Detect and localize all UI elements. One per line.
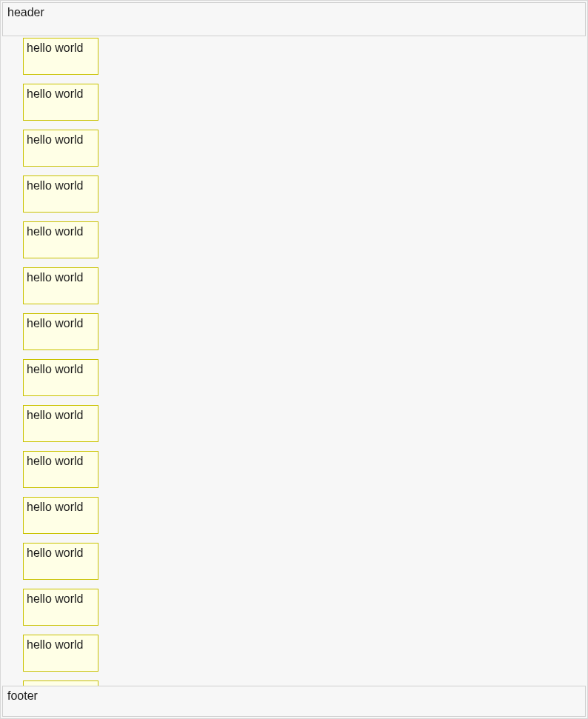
list-item: hello world xyxy=(23,313,98,350)
list-item: hello world xyxy=(23,267,98,304)
page-container: header hello worldhello worldhello world… xyxy=(0,0,588,719)
list-item: hello world xyxy=(23,635,98,672)
scroll-area[interactable]: hello worldhello worldhello worldhello w… xyxy=(1,36,587,686)
list-item: hello world xyxy=(23,84,98,121)
footer: footer xyxy=(2,686,586,717)
header-label: header xyxy=(7,6,44,19)
list-item: hello world xyxy=(23,405,98,442)
list-item: hello world xyxy=(23,130,98,167)
list-item: hello world xyxy=(23,221,98,258)
list-item: hello world xyxy=(23,589,98,626)
footer-label: footer xyxy=(7,689,38,702)
list-item: hello world xyxy=(23,359,98,396)
list-item: hello world xyxy=(23,497,98,534)
list-item: hello world xyxy=(23,38,98,75)
list-item: hello world xyxy=(23,451,98,488)
list-item: hello world xyxy=(23,175,98,213)
item-list: hello worldhello worldhello worldhello w… xyxy=(1,36,587,686)
list-item: hello world xyxy=(23,680,98,686)
list-item: hello world xyxy=(23,543,98,580)
header: header xyxy=(2,2,586,36)
